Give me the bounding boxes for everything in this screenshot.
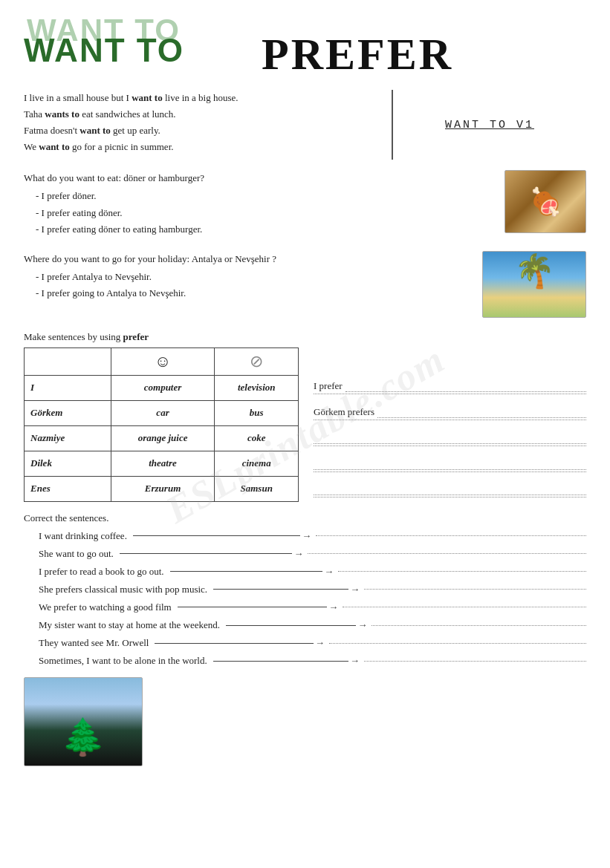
prefer-question-2: Where do you want to go for your holiday… [24,251,473,267]
examples-left: I live in a small house but I want to li… [24,90,393,160]
answer-label-1: I prefer [314,380,343,392]
table-header-row: ☺ ⊘ [25,347,299,375]
sentence-4: She prefers classical music with pop mus… [39,581,207,598]
col-like-header: ☺ [111,347,215,375]
prefer-answer-1-1: I prefer döner. [36,188,496,204]
list-item: She prefers classical music with pop mus… [39,581,586,598]
prefer-title: PREFER [262,32,453,76]
answer-line-5 [314,477,586,497]
sentence-2: She want to go out. [39,545,114,563]
want-to-container: WANT TO WANT TO [24,13,187,76]
answer-line-1: I prefer [314,373,586,394]
want-to-v1-label: WANT TO V1 [445,119,534,131]
answer-space-4 [364,589,586,590]
row-like-5: Erzurum [111,476,215,501]
prefer-answer-1-3: I prefer eating döner to eating hamburge… [36,221,496,238]
prefer-question-1: What do you want to eat: döner or hambur… [24,170,496,186]
arrow-8: → [212,652,360,670]
prefer-text-2: Where do you want to go for your holiday… [24,251,473,318]
row-dislike-2: bus [215,400,299,425]
row-name-1: I [25,375,111,400]
arrow-5: → [176,598,339,616]
col-dislike-header: ⊘ [215,347,299,375]
table-row: Görkem car bus [25,400,299,425]
table-row: I computer television [25,375,299,400]
list-item: We prefer to watching a good film → [39,598,586,616]
table-section: Make sentences by using prefer ☺ ⊘ I com… [24,331,586,502]
page: ESLprintable.com WANT TO WANT TO PREFER … [0,0,610,868]
answer-space-6 [371,625,586,626]
list-item: Sometimes, I want to be alone in the wor… [39,652,586,670]
beach-image [482,251,586,318]
answer-line-4 [314,451,586,472]
table-row: Dilek theatre cinema [25,451,299,476]
answer-line-2: Görkem prefers [314,399,586,420]
examples-section: I live in a small house but I want to li… [24,90,586,160]
correct-section: Correct the sentences. I want drinking c… [24,512,586,670]
table-row: Nazmiye orange juice coke [25,425,299,451]
arrow-2: → [118,545,304,563]
prefer-block-2: Where do you want to go for your holiday… [24,251,586,318]
answer-space-1 [316,535,586,536]
row-name-4: Dilek [25,451,111,476]
answer-label-2: Görkem prefers [314,406,374,418]
want-to-foreground: WANT TO [24,34,184,67]
row-dislike-4: cinema [215,451,299,476]
answer-lines: I prefer Görkem prefers [314,347,586,502]
list-item: She want to go out. → [39,545,586,563]
prefer-answer-2-2: I prefer going to Antalya to Nevşehir. [36,285,473,301]
food-image [504,170,586,233]
arrow-7: → [153,634,325,652]
row-like-3: orange juice [111,425,215,451]
answer-space-5 [343,607,586,607]
prefer-block-1: What do you want to eat: döner or hambur… [24,170,586,237]
table-row: Enes Erzurum Samsun [25,476,299,501]
list-item: I prefer to read a book to go out. → [39,563,586,581]
row-name-5: Enes [25,476,111,501]
prefer-table: ☺ ⊘ I computer television Görkem car bus [24,347,299,502]
correct-sentences-list: I want drinking coffee. → She want to go… [24,527,586,670]
prefer-answers-2: I prefer Antalya to Nevşehir. I prefer g… [24,269,473,301]
example-4: We want to go for a picnic in summer. [24,139,383,155]
row-name-2: Görkem [25,400,111,425]
row-like-4: theatre [111,451,215,476]
answer-space-3 [338,571,586,572]
row-dislike-1: television [215,375,299,400]
prefer-answer-1-2: I prefer eating döner. [36,205,496,221]
answer-space-7 [329,643,586,644]
nosign-icon: ⊘ [250,352,263,371]
arrow-6: → [224,616,367,634]
example-1: I live in a small house but I want to li… [24,90,383,106]
prefer-text-1: What do you want to eat: döner or hambur… [24,170,496,237]
arrow-3: → [169,563,334,581]
arrow-1: → [132,527,311,545]
sentence-7: They wanted see Mr. Orwell [39,634,149,652]
bottom-image [24,677,143,766]
list-item: They wanted see Mr. Orwell → [39,634,586,652]
row-like-1: computer [111,375,215,400]
prefer-table-wrapper: ☺ ⊘ I computer television Görkem car bus [24,347,586,502]
answer-line-3 [314,425,586,446]
sentence-6: My sister want to stay at home at the we… [39,616,220,634]
row-like-2: car [111,400,215,425]
correct-section-title: Correct the sentences. [24,512,586,524]
make-sentences-label: Make sentences by using prefer [24,331,586,343]
sentence-5: We prefer to watching a good film [39,598,172,616]
header: WANT TO WANT TO PREFER [24,13,586,76]
prefer-answer-2-1: I prefer Antalya to Nevşehir. [36,269,473,285]
make-sentences-before: Make sentences by using [24,331,123,342]
answer-space-2 [308,553,586,554]
arrow-4: → [212,581,360,598]
examples-right: WANT TO V1 [393,90,586,160]
col-name-header [25,347,111,375]
example-3: Fatma doesn't want to get up early. [24,123,383,139]
example-2: Taha wants to eat sandwiches at lunch. [24,106,383,123]
list-item: My sister want to stay at home at the we… [39,616,586,634]
prefer-answers-1: I prefer döner. I prefer eating döner. I… [24,188,496,237]
make-sentences-bold: prefer [123,331,149,342]
sentence-3: I prefer to read a book to go out. [39,563,164,581]
answer-space-8 [364,661,586,662]
row-dislike-5: Samsun [215,476,299,501]
row-name-3: Nazmiye [25,425,111,451]
smiley-icon: ☺ [155,352,171,371]
